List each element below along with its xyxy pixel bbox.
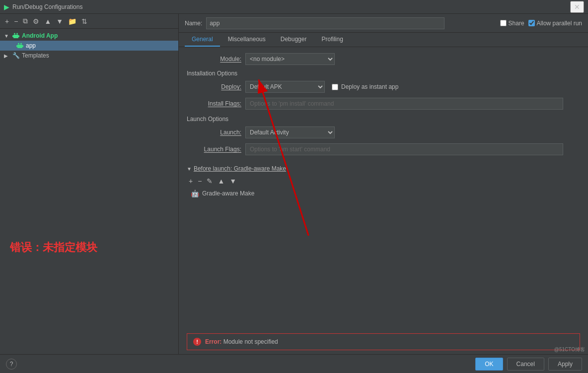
parallel-row: Allow parallel run xyxy=(528,20,582,27)
app-run-icon xyxy=(16,42,24,50)
svg-rect-5 xyxy=(14,37,15,38)
svg-rect-0 xyxy=(13,35,18,38)
templates-icon: 🔧 xyxy=(12,52,20,60)
left-toolbar: + − ⧉ ⚙ ▲ ▼ 📁 ⇅ xyxy=(0,14,178,29)
svg-point-2 xyxy=(16,33,18,35)
before-launch-arrow: ▼ xyxy=(187,166,192,172)
help-button[interactable]: ? xyxy=(6,359,17,370)
settings-button[interactable]: ⚙ xyxy=(31,16,41,26)
installation-options-label: Installation Options xyxy=(187,70,580,77)
svg-rect-3 xyxy=(12,35,13,37)
remove-config-button[interactable]: − xyxy=(12,16,20,26)
name-row: Name: Share Allow parallel run xyxy=(179,14,588,33)
launch-flags-input[interactable] xyxy=(245,143,563,155)
tab-miscellaneous[interactable]: Miscellaneous xyxy=(221,33,273,47)
android-app-icon xyxy=(12,32,20,40)
svg-rect-4 xyxy=(18,35,19,37)
deploy-label: Deploy: xyxy=(187,83,241,90)
launch-options-label: Launch Options xyxy=(187,116,580,123)
launch-select[interactable]: Default Activity Specified Activity Noth… xyxy=(245,126,335,138)
move-up-button[interactable]: ▲ xyxy=(42,16,53,26)
svg-point-8 xyxy=(18,43,19,45)
parallel-checkbox[interactable] xyxy=(528,20,535,26)
install-flags-label: Install Flags: xyxy=(187,100,241,107)
title-bar-left: ▶ Run/Debug Configurations xyxy=(4,3,82,11)
share-label: Share xyxy=(509,20,524,27)
title-bar: ▶ Run/Debug Configurations ✕ xyxy=(0,0,588,14)
before-launch-add-button[interactable]: + xyxy=(187,176,195,186)
before-launch-edit-button[interactable]: ✎ xyxy=(205,176,215,186)
before-launch-down-button[interactable]: ▼ xyxy=(227,176,238,186)
install-flags-input[interactable] xyxy=(245,98,563,110)
templates-label: Templates xyxy=(22,52,49,59)
app-item-label: app xyxy=(26,42,36,49)
error-bold: Error: xyxy=(205,338,221,345)
move-down-button[interactable]: ▼ xyxy=(54,16,65,26)
instant-app-label: Deploy as instant app xyxy=(341,83,398,90)
before-launch-item: 🤖 Gradle-aware Make xyxy=(187,188,580,199)
before-launch-toolbar: + − ✎ ▲ ▼ xyxy=(187,176,580,186)
tree-item-app[interactable]: app xyxy=(0,41,178,51)
tab-general[interactable]: General xyxy=(185,33,220,47)
android-app-label: Android App xyxy=(22,32,58,39)
left-panel: + − ⧉ ⚙ ▲ ▼ 📁 ⇅ ▼ xyxy=(0,14,179,354)
tab-profiling[interactable]: Profiling xyxy=(314,33,350,47)
bottom-right: OK Cancel Apply xyxy=(475,358,582,371)
instant-app-checkbox[interactable] xyxy=(332,84,338,90)
apply-button[interactable]: Apply xyxy=(548,358,582,371)
before-launch-remove-button[interactable]: − xyxy=(196,176,204,186)
parallel-label: Allow parallel run xyxy=(537,20,582,27)
tab-debugger[interactable]: Debugger xyxy=(274,33,314,47)
before-launch-up-button[interactable]: ▲ xyxy=(216,176,226,186)
launch-flags-label: Launch Flags: xyxy=(187,146,241,153)
deploy-select[interactable]: Default APK APK from app bundle Nothing xyxy=(245,81,325,93)
bottom-bar: ? OK Cancel Apply xyxy=(0,354,588,373)
bottom-left: ? xyxy=(6,359,17,370)
launch-label: Launch: xyxy=(187,129,241,136)
before-launch-title: Before launch: Gradle-aware Make xyxy=(194,165,286,172)
svg-rect-6 xyxy=(16,37,17,38)
tree-arrow-templates: ▶ xyxy=(4,53,10,59)
copy-config-button[interactable]: ⧉ xyxy=(21,16,30,26)
error-box: ! Error: Module not specified xyxy=(187,333,580,350)
svg-point-9 xyxy=(20,43,22,45)
module-select[interactable]: <no module> app xyxy=(245,53,335,65)
instant-app-row: Deploy as instant app xyxy=(332,83,398,90)
gradle-make-label: Gradle-aware Make xyxy=(202,190,254,197)
main-container: + − ⧉ ⚙ ▲ ▼ 📁 ⇅ ▼ xyxy=(0,14,588,354)
tree-group-templates[interactable]: ▶ 🔧 Templates xyxy=(0,51,178,61)
app-icon: ▶ xyxy=(4,3,9,11)
add-config-button[interactable]: + xyxy=(3,16,11,26)
gradle-icon: 🤖 xyxy=(191,189,199,197)
folder-button[interactable]: 📁 xyxy=(66,16,78,26)
launch-flags-row: Launch Flags: xyxy=(187,143,580,155)
module-row: Module: <no module> app xyxy=(187,53,580,65)
cancel-button[interactable]: Cancel xyxy=(507,358,544,371)
svg-point-1 xyxy=(14,33,15,35)
install-flags-row: Install Flags: xyxy=(187,98,580,110)
svg-rect-7 xyxy=(17,45,22,48)
error-normal: Module not specified xyxy=(223,338,278,345)
launch-row: Launch: Default Activity Specified Activ… xyxy=(187,126,580,138)
before-launch-section: ▼ Before launch: Gradle-aware Make + − ✎… xyxy=(187,165,580,199)
name-input[interactable] xyxy=(206,17,444,29)
ok-button[interactable]: OK xyxy=(475,358,503,371)
error-text: Error: Module not specified xyxy=(205,338,278,345)
right-panel: Name: Share Allow parallel run General M… xyxy=(179,14,588,354)
svg-rect-10 xyxy=(16,45,17,47)
sort-button[interactable]: ⇅ xyxy=(79,16,89,26)
tabs-row: General Miscellaneous Debugger Profiling xyxy=(179,33,588,47)
deploy-row: Deploy: Default APK APK from app bundle … xyxy=(187,81,580,93)
before-launch-header: ▼ Before launch: Gradle-aware Make xyxy=(187,165,580,172)
module-label: Module: xyxy=(187,56,241,62)
tree-group-android-app[interactable]: ▼ Android App xyxy=(0,31,178,41)
share-checkbox[interactable] xyxy=(500,20,507,26)
config-tree: ▼ Android App xyxy=(0,29,178,354)
share-row: Share xyxy=(500,20,524,27)
window-title: Run/Debug Configurations xyxy=(12,3,82,10)
close-button[interactable]: ✕ xyxy=(570,1,584,13)
config-content: Module: <no module> app Installation Opt… xyxy=(179,47,588,333)
name-right-controls: Share Allow parallel run xyxy=(500,20,582,27)
svg-rect-11 xyxy=(22,45,23,47)
name-label: Name: xyxy=(185,20,202,27)
